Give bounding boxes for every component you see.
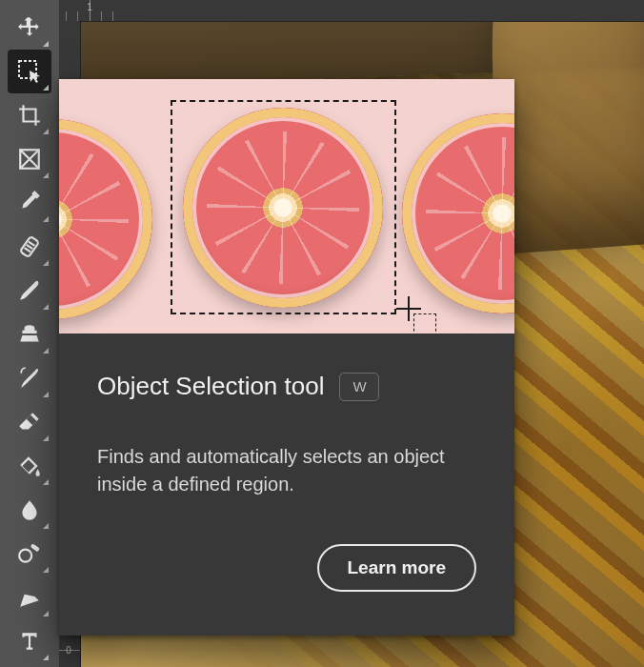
ruler-tick-label: 0 — [66, 645, 71, 656]
eyedropper-tool[interactable] — [8, 181, 51, 225]
selection-cursor-icon — [396, 296, 421, 321]
brush-icon — [17, 278, 42, 303]
crop-icon — [17, 103, 42, 128]
frame-tool[interactable] — [8, 137, 51, 181]
tool-tooltip-card: Object Selection tool W Finds and automa… — [59, 79, 514, 636]
preview-object — [402, 113, 514, 313]
dodge-icon — [17, 541, 42, 566]
history-brush-icon — [17, 366, 42, 391]
healing-brush-tool[interactable] — [8, 225, 51, 269]
brush-tool[interactable] — [8, 269, 51, 313]
selection-marquee — [171, 100, 396, 314]
eraser-icon — [17, 410, 42, 435]
dodge-tool[interactable] — [8, 532, 51, 576]
tooltip-preview-image — [59, 79, 514, 334]
ruler-horizontal[interactable]: 1 — [59, 0, 644, 22]
pen-icon — [17, 585, 42, 610]
tooltip-description: Finds and automatically selects an objec… — [97, 443, 459, 498]
ruler-tick-label: 1 — [87, 2, 92, 12]
paint-bucket-icon — [17, 454, 42, 478]
tooltip-title: Object Selection tool — [97, 372, 324, 401]
history-brush-tool[interactable] — [8, 356, 51, 400]
eyedropper-icon — [17, 191, 42, 215]
svg-rect-4 — [30, 543, 40, 552]
preview-object — [59, 119, 152, 319]
type-tool[interactable] — [8, 619, 51, 663]
keyboard-shortcut-badge: W — [339, 373, 379, 401]
crop-tool[interactable] — [8, 93, 51, 137]
move-icon — [17, 15, 42, 40]
object-selection-icon — [16, 58, 43, 85]
object-selection-tool[interactable] — [8, 50, 51, 93]
learn-more-button[interactable]: Learn more — [317, 544, 476, 592]
move-tool[interactable] — [8, 6, 51, 50]
blur-tool[interactable] — [8, 488, 51, 532]
frame-icon — [17, 147, 42, 172]
svg-point-3 — [19, 550, 31, 562]
clone-stamp-icon — [17, 322, 42, 347]
eraser-tool[interactable] — [8, 400, 51, 444]
pen-tool[interactable] — [8, 576, 51, 619]
tools-panel — [0, 0, 59, 667]
healing-brush-icon — [17, 234, 42, 259]
paint-bucket-tool[interactable] — [8, 444, 51, 488]
blur-icon — [17, 497, 42, 522]
type-icon — [17, 629, 42, 654]
clone-stamp-tool[interactable] — [8, 313, 51, 356]
